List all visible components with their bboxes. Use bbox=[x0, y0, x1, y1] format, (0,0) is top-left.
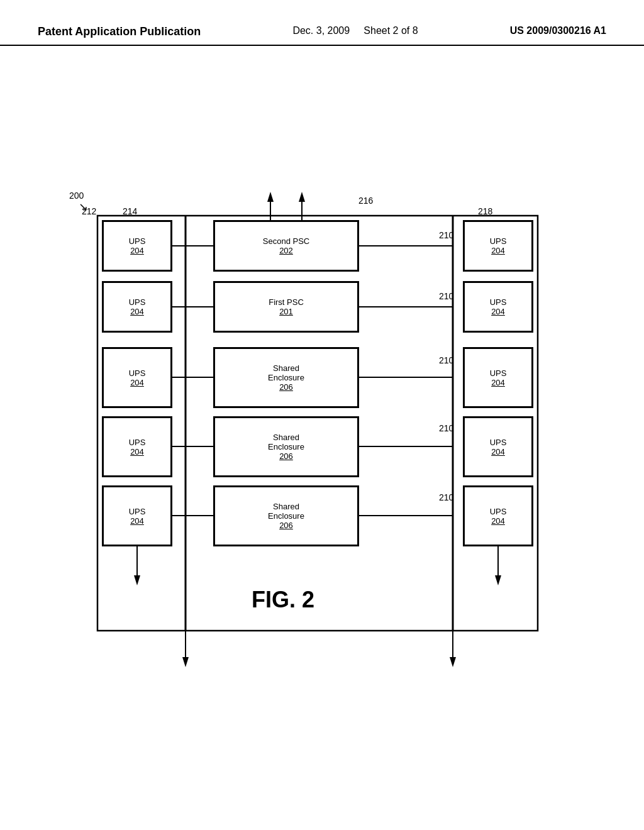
ups-row3-right: UPS 204 bbox=[464, 348, 533, 407]
ups-row1-right: UPS 204 bbox=[464, 221, 533, 271]
ref-210-5-label: 210 bbox=[439, 492, 453, 502]
ups-row2-left: UPS 204 bbox=[103, 282, 172, 332]
ref-214-label: 214 bbox=[123, 206, 137, 216]
shared-enc-row4: SharedEnclosure 206 bbox=[214, 417, 358, 477]
header-right-text: US 2009/0300216 A1 bbox=[510, 25, 606, 36]
ups-row3-right-label: UPS bbox=[490, 368, 507, 378]
ups-row4-left-label: UPS bbox=[129, 438, 146, 447]
svg-marker-38 bbox=[450, 657, 456, 667]
header-sheet: Sheet 2 of 8 bbox=[364, 25, 418, 36]
ups-row3-left-ref: 204 bbox=[130, 378, 144, 387]
ups-row2-right: UPS 204 bbox=[464, 282, 533, 332]
ups-row1-left: UPS 204 bbox=[103, 221, 172, 271]
ups-row1-left-ref: 204 bbox=[130, 246, 144, 255]
ref-210-2-label: 210 bbox=[439, 291, 453, 301]
ups-row1-left-label: UPS bbox=[129, 236, 146, 246]
header-date: Dec. 3, 2009 bbox=[292, 25, 350, 36]
first-psc-label-text: First PSC bbox=[269, 297, 304, 307]
ups-row1-right-label: UPS bbox=[490, 236, 507, 246]
ref-216-label: 216 bbox=[358, 196, 373, 206]
svg-marker-36 bbox=[182, 657, 189, 667]
ups-row2-right-label: UPS bbox=[490, 297, 507, 307]
ups-row5-right-ref: 204 bbox=[491, 516, 505, 526]
shared-enc-row5: SharedEnclosure 206 bbox=[214, 486, 358, 546]
ups-row5-left-ref: 204 bbox=[130, 516, 144, 526]
ref-210-3-label: 210 bbox=[439, 355, 453, 365]
ups-row3-left: UPS 204 bbox=[103, 348, 172, 407]
ups-row4-right-ref: 204 bbox=[491, 447, 505, 456]
svg-marker-34 bbox=[134, 575, 140, 585]
shared-enc-row5-ref: 206 bbox=[279, 521, 293, 530]
ups-row2-left-label: UPS bbox=[129, 297, 146, 307]
ref-210-4-label: 210 bbox=[439, 423, 453, 433]
header-left-text: Patent Application Publication bbox=[38, 25, 201, 38]
shared-enc-row3-label: SharedEnclosure bbox=[268, 363, 304, 382]
ups-row5-right-label: UPS bbox=[490, 507, 507, 516]
ups-row4-left-ref: 204 bbox=[130, 447, 144, 456]
shared-enc-row3-ref: 206 bbox=[279, 382, 293, 392]
second-psc-ref-text: 202 bbox=[279, 246, 293, 255]
second-psc-box: Second PSC 202 bbox=[214, 221, 358, 271]
shared-enc-row4-ref: 206 bbox=[279, 451, 293, 461]
ups-row4-right: UPS 204 bbox=[464, 417, 533, 477]
ups-row1-right-ref: 204 bbox=[491, 246, 505, 255]
shared-enc-row4-label: SharedEnclosure bbox=[268, 433, 304, 451]
ups-row2-left-ref: 204 bbox=[130, 307, 144, 316]
ref-200-label: 200 bbox=[69, 191, 84, 201]
page-header: Patent Application Publication Dec. 3, 2… bbox=[0, 0, 644, 46]
first-psc-box: First PSC 201 bbox=[214, 282, 358, 332]
ups-row5-left: UPS 204 bbox=[103, 486, 172, 546]
shared-enc-row3: SharedEnclosure 206 bbox=[214, 348, 358, 407]
fig-label: FIG. 2 bbox=[252, 587, 314, 613]
ups-row3-left-label: UPS bbox=[129, 368, 146, 378]
ref-218-label: 218 bbox=[478, 206, 492, 216]
ups-row4-left: UPS 204 bbox=[103, 417, 172, 477]
ups-row3-right-ref: 204 bbox=[491, 378, 505, 387]
ref-212-label: 212 bbox=[82, 206, 96, 216]
ref-210-1-label: 210 bbox=[439, 230, 453, 240]
ups-row2-right-ref: 204 bbox=[491, 307, 505, 316]
ups-row5-left-label: UPS bbox=[129, 507, 146, 516]
ups-row4-right-label: UPS bbox=[490, 438, 507, 447]
diagram-area: 200 ↘ 212 214 216 218 208 208 208 208 20… bbox=[0, 46, 644, 788]
first-psc-ref-text: 201 bbox=[279, 307, 293, 316]
header-center-text: Dec. 3, 2009 Sheet 2 of 8 bbox=[292, 25, 418, 36]
second-psc-label-text: Second PSC bbox=[263, 236, 309, 246]
shared-enc-row5-label: SharedEnclosure bbox=[268, 502, 304, 521]
svg-marker-40 bbox=[495, 575, 501, 585]
ups-row5-right: UPS 204 bbox=[464, 486, 533, 546]
svg-marker-30 bbox=[267, 192, 274, 202]
svg-marker-32 bbox=[299, 192, 305, 202]
